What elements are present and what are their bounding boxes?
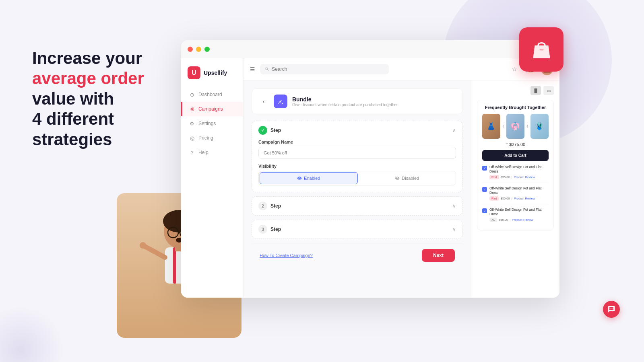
visibility-label: Visibility: [258, 164, 456, 169]
review-3: Product Review: [512, 218, 533, 222]
bg-decoration-bottom: [0, 306, 64, 362]
price-2: $55.00: [501, 197, 510, 200]
bundle-icon: [274, 95, 287, 108]
chat-button[interactable]: [603, 301, 620, 318]
step-2-chevron: ∨: [452, 203, 456, 209]
main-content: ☰ ☆ 🔔: [244, 58, 559, 298]
browser-titlebar: [181, 40, 559, 58]
add-to-cart-button[interactable]: Add to Cart: [482, 150, 549, 161]
bag-svg: [530, 39, 553, 61]
step-1-badge: ✓: [258, 126, 267, 135]
campaign-name-label: Campaign Name: [258, 140, 456, 144]
checkbox-2[interactable]: [482, 187, 487, 192]
pricing-icon: ◎: [189, 135, 195, 141]
product-images-row: 👗 + 👘 + 🩱: [482, 114, 549, 139]
step-1-card: ✓ Step ∧ Campaign Name Visibility: [252, 121, 463, 192]
step-1-header[interactable]: ✓ Step ∧: [252, 121, 462, 140]
price-1: $55.00: [501, 175, 510, 179]
chat-icon: [607, 305, 615, 313]
campaign-name-input[interactable]: [258, 147, 456, 159]
browser-window: U Upsellify ⊙ Dashboard ❋ Campaigns ⚙ Se…: [181, 40, 559, 298]
enabled-button[interactable]: Enabled: [260, 172, 358, 184]
sidebar-item-dashboard[interactable]: ⊙ Dashboard: [181, 87, 243, 102]
product-list-info-2: Off-White Self Design Fot and Flat Dress…: [489, 186, 549, 201]
logo-icon: U: [188, 66, 200, 79]
eye-icon: [297, 176, 302, 181]
headline-line2: average order: [32, 69, 144, 88]
search-icon: [265, 67, 269, 72]
shopping-bag-icon: [519, 27, 564, 72]
search-box[interactable]: [260, 64, 389, 74]
step-2-badge: 2: [258, 202, 267, 210]
checkbox-3[interactable]: [482, 208, 487, 213]
sidebar-label-help: Help: [198, 150, 208, 155]
eye-off-icon: [395, 176, 400, 181]
sidebar-label-pricing: Pricing: [198, 135, 213, 141]
bundle-subtitle: Give discount when certain product are p…: [292, 103, 398, 107]
step-1-header-left: ✓ Step: [258, 126, 281, 135]
sep-3: |: [510, 218, 510, 222]
svg-rect-6: [173, 247, 176, 284]
search-input[interactable]: [272, 66, 384, 72]
bundle-title: Bundle: [292, 96, 398, 103]
help-icon: ?: [189, 149, 195, 156]
campaigns-icon: ❋: [189, 106, 195, 112]
product-name-1: Off-White Self Design Fot and Flat Dress: [489, 165, 549, 174]
sidebar-item-pricing[interactable]: ◎ Pricing: [181, 131, 243, 145]
product-tags-2: Red $55.00 | Product Review: [489, 196, 549, 201]
product-thumb-3: 🩱: [530, 114, 549, 139]
step-1-label: Step: [270, 128, 281, 133]
step-3-label: Step: [270, 226, 281, 232]
headline-line1: Increase your: [32, 49, 142, 68]
checkbox-1[interactable]: [482, 166, 487, 171]
headline-line5: strategies: [32, 130, 112, 149]
dot-green: [204, 47, 210, 52]
product-tags-3: XL $55.00 | Product Review: [489, 218, 549, 222]
dot-yellow: [196, 47, 201, 52]
step-3-card: 3 Step ∨: [252, 220, 463, 239]
logo-text: Upsellify: [204, 70, 227, 76]
how-to-link[interactable]: How To Create Campaign?: [260, 253, 313, 258]
sidebar-label-dashboard: Dashboard: [198, 92, 222, 97]
tag-color-1: Red: [489, 175, 499, 179]
sidebar-item-settings[interactable]: ⚙ Settings: [181, 116, 243, 131]
app-layout: U Upsellify ⊙ Dashboard ❋ Campaigns ⚙ Se…: [181, 58, 559, 298]
step-3-header-left: 3 Step: [258, 225, 281, 234]
back-button[interactable]: ‹: [258, 96, 269, 107]
svg-rect-13: [539, 49, 543, 50]
step-2-header[interactable]: 2 Step ∨: [252, 197, 462, 215]
desktop-preview-btn[interactable]: ▭: [543, 86, 554, 95]
step-3-header[interactable]: 3 Step ∨: [252, 220, 462, 239]
preview-panel: ▐▌ ▭ Frequently Brought Together 👗 + 👘 +…: [471, 80, 559, 298]
price-3: $55.00: [499, 218, 508, 222]
product-list-info-1: Off-White Self Design Fot and Flat Dress…: [489, 165, 549, 179]
left-section: Increase your average order value with 4…: [32, 48, 177, 150]
svg-point-9: [140, 242, 146, 249]
product-list-item-3: Off-White Self Design Fot and Flat Dress…: [482, 208, 549, 225]
sep-1: |: [512, 175, 512, 179]
menu-icon[interactable]: ☰: [250, 66, 255, 72]
headline-line3: value with: [32, 89, 114, 108]
next-button[interactable]: Next: [422, 249, 455, 262]
star-icon[interactable]: ☆: [509, 64, 520, 75]
sidebar: U Upsellify ⊙ Dashboard ❋ Campaigns ⚙ Se…: [181, 58, 244, 298]
step-1-content: Campaign Name Visibility Enabled: [252, 140, 462, 192]
product-thumb-2: 👘: [506, 114, 524, 139]
dot-red: [188, 47, 193, 52]
mobile-preview-btn[interactable]: ▐▌: [530, 86, 541, 95]
product-tags-1: Red $55.00 | Product Review: [489, 175, 549, 179]
sidebar-logo: U Upsellify: [181, 66, 243, 87]
plus-1: +: [502, 123, 505, 129]
review-1: Product Review: [514, 175, 535, 179]
sidebar-label-campaigns: Campaigns: [198, 106, 223, 112]
bundle-info: Bundle Give discount when certain produc…: [292, 96, 398, 107]
svg-line-8: [143, 245, 165, 257]
settings-icon: ⚙: [189, 120, 195, 127]
sep-2: |: [512, 197, 512, 200]
sidebar-item-campaigns[interactable]: ❋ Campaigns: [181, 102, 243, 116]
disabled-button[interactable]: Disabled: [359, 171, 456, 185]
headline: Increase your average order value with 4…: [32, 48, 177, 150]
step-2-card: 2 Step ∨: [252, 196, 463, 216]
headline-line4: 4 different: [32, 109, 114, 128]
sidebar-item-help[interactable]: ? Help: [181, 145, 243, 160]
